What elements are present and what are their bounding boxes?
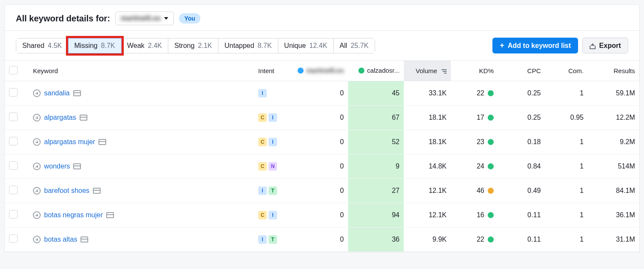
competitor2-label: calzadosr... (367, 67, 400, 74)
add-keyword-icon[interactable] (33, 89, 41, 97)
cell-results: 84.1M (588, 179, 639, 203)
cell-competitor1: 0 (292, 203, 348, 228)
select-all-checkbox[interactable] (9, 66, 18, 74)
cell-competitor2: 36 (348, 228, 404, 252)
row-checkbox[interactable] (9, 210, 18, 219)
cell-volume: 12.1K (404, 203, 451, 228)
intent-badges: CI (258, 113, 277, 122)
serp-icon[interactable] (73, 163, 81, 169)
cell-competitor1: 0 (292, 106, 348, 130)
tab-strong[interactable]: Strong2.1K (168, 38, 218, 53)
cell-competitor2: 9 (348, 154, 404, 179)
col-results[interactable]: Results (588, 61, 639, 81)
col-volume[interactable]: Volume (404, 61, 451, 81)
add-to-keyword-list-button[interactable]: Add to keyword list (492, 38, 578, 53)
row-checkbox[interactable] (9, 88, 18, 97)
tab-label: Shared (22, 42, 45, 50)
intent-C-badge: C (258, 162, 267, 171)
tab-count: 12.4K (309, 42, 327, 50)
serp-icon[interactable] (80, 236, 88, 242)
cell-volume: 33.1K (404, 81, 451, 106)
row-checkbox[interactable] (9, 186, 18, 194)
tab-unique[interactable]: Unique12.4K (278, 38, 334, 53)
cell-kd: 22 (451, 81, 498, 106)
col-cpc[interactable]: CPC (498, 61, 545, 81)
col-keyword[interactable]: Keyword (29, 61, 254, 81)
serp-icon[interactable] (93, 188, 101, 194)
keyword-link[interactable]: wonders (44, 163, 70, 170)
col-intent[interactable]: Intent (254, 61, 292, 81)
cell-cpc: 0.25 (498, 81, 545, 106)
cell-volume: 14.8K (404, 154, 451, 179)
table-row: sandaliaI04533.1K220.25159.1M (5, 81, 639, 106)
table-row: alpargatas mujerCI05218.1K230.1819.2M (5, 130, 639, 154)
serp-icon[interactable] (98, 139, 106, 145)
keyword-link[interactable]: botas negras mujer (44, 211, 103, 219)
table-row: alpargatasCI06718.1K170.250.9512.2M (5, 106, 639, 130)
col-com[interactable]: Com. (545, 61, 588, 81)
export-icon (590, 42, 596, 49)
cell-com: 0.95 (545, 106, 588, 130)
intent-T-badge: T (268, 186, 277, 195)
col-competitor-2[interactable]: calzadosr... (348, 61, 404, 81)
keyword-link[interactable]: sandalia (44, 89, 70, 97)
cell-competitor1: 0 (292, 154, 348, 179)
row-checkbox[interactable] (9, 161, 18, 170)
intent-C-badge: C (258, 211, 267, 219)
domain-selector[interactable]: martinelli.es (115, 12, 174, 25)
intent-C-badge: C (258, 113, 267, 122)
add-keyword-icon[interactable] (33, 138, 41, 146)
intent-I-badge: I (258, 186, 267, 195)
export-button[interactable]: Export (582, 38, 628, 53)
cell-cpc: 0.84 (498, 154, 545, 179)
keyword-link[interactable]: botas altas (44, 236, 77, 243)
keywords-table: Keyword Intent martinelli.es calzadosr..… (5, 60, 639, 252)
col-competitor-1[interactable]: martinelli.es (292, 61, 348, 81)
add-button-label: Add to keyword list (508, 42, 571, 50)
serp-icon[interactable] (73, 90, 81, 96)
add-keyword-icon[interactable] (33, 114, 41, 121)
row-checkbox[interactable] (9, 234, 18, 243)
tab-weak[interactable]: Weak2.4K (121, 38, 169, 53)
tab-label: Unique (284, 42, 306, 50)
cell-kd: 23 (451, 130, 498, 154)
tab-count: 8.7K (101, 42, 115, 50)
add-keyword-icon[interactable] (33, 163, 41, 170)
add-keyword-icon[interactable] (33, 211, 41, 219)
intent-I-badge: I (268, 113, 277, 122)
add-keyword-icon[interactable] (33, 187, 41, 195)
kd-difficulty-dot-icon (488, 139, 494, 145)
row-checkbox[interactable] (9, 137, 18, 145)
keyword-details-panel: All keyword details for: martinelli.es Y… (4, 4, 640, 252)
cell-competitor1: 0 (292, 130, 348, 154)
keyword-link[interactable]: alpargatas mujer (44, 138, 95, 146)
tab-missing[interactable]: Missing8.7K (68, 38, 122, 53)
intent-badges: IT (258, 235, 277, 244)
cell-competitor2: 45 (348, 81, 404, 106)
tab-count: 25.7K (351, 42, 369, 50)
tab-untapped[interactable]: Untapped8.7K (218, 38, 278, 53)
col-kd[interactable]: KD% (451, 61, 498, 81)
cell-cpc: 0.49 (498, 179, 545, 203)
serp-icon[interactable] (80, 115, 87, 121)
cell-competitor2: 67 (348, 106, 404, 130)
tab-label: All (340, 42, 347, 50)
row-checkbox[interactable] (9, 112, 18, 121)
kd-difficulty-dot-icon (488, 212, 494, 218)
table-row: wondersCN0914.8K240.841514M (5, 154, 639, 179)
export-button-label: Export (599, 42, 621, 50)
keyword-link[interactable]: barefoot shoes (44, 187, 89, 195)
cell-results: 59.1M (588, 81, 639, 106)
keyword-link[interactable]: alpargatas (44, 114, 76, 121)
cell-competitor2: 52 (348, 130, 404, 154)
volume-label: Volume (416, 67, 437, 74)
tab-shared[interactable]: Shared4.5K (16, 38, 69, 53)
serp-icon[interactable] (106, 212, 114, 218)
competitor2-dot-icon (358, 68, 364, 74)
add-keyword-icon[interactable] (33, 236, 41, 243)
kd-difficulty-dot-icon (488, 115, 494, 121)
tab-all[interactable]: All25.7K (334, 38, 375, 53)
sort-desc-icon (441, 68, 447, 74)
tab-label: Strong (174, 42, 194, 50)
domain-selected-value: martinelli.es (121, 15, 161, 22)
